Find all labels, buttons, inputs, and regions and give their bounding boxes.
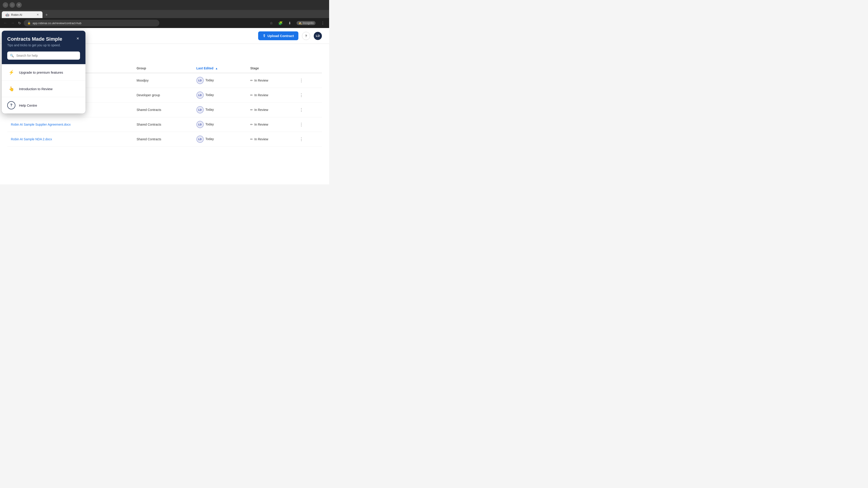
avatar: LD [196,135,204,143]
extensions-icon[interactable]: 🧩 [276,20,285,26]
contract-stage-cell: ✏In Review [247,117,294,132]
intro-menu-icon: 👆 [7,85,16,93]
tab-bar: 🤖 Robin AI ✕ + [0,10,329,18]
table-row: Robin AI Sample Supplier Agreement.docxS… [7,117,322,132]
browser-chrome: ─ □ ✕ [0,0,329,10]
help-menu-label: Help Centre [19,103,37,107]
avatar: LD [196,92,204,99]
address-bar: ← → ↻ 🔒 app.robinai.co.uk/review/contrac… [0,18,329,28]
row-menu-button[interactable]: ⋮ [298,92,305,98]
incognito-icon: 🕵 [298,22,302,25]
search-icon: 🔍 [10,54,14,57]
help-popup-subtitle: Tips and tricks to get you up to speed. [7,43,80,47]
contract-stage-cell: ✏In Review [247,132,294,147]
contract-row-menu-cell: ⋮ [294,103,322,117]
col-header-group[interactable]: Group [133,64,193,73]
contract-stage-cell: ✏In Review [247,103,294,117]
contract-stage-cell: ✏In Review [247,88,294,103]
lock-icon: 🔒 [27,22,31,25]
edit-stage-icon: ✏ [250,137,253,141]
download-icon[interactable]: ⬇ [286,20,293,26]
row-menu-button[interactable]: ⋮ [298,77,305,84]
contract-row-menu-cell: ⋮ [294,132,322,147]
contract-last-edited-cell: LDToday [193,73,247,88]
address-input[interactable]: 🔒 app.robinai.co.uk/review/contract-hub [24,20,159,26]
window-maximize-button[interactable]: □ [9,2,15,8]
avatar: LD [196,106,204,113]
edit-stage-icon: ✏ [250,93,253,97]
stage-label: In Review [254,93,268,97]
contract-group-cell: Developer group [133,88,193,103]
help-popup-title: Contracts Made Simple [7,36,80,42]
contract-group-cell: Shared Contracts [133,132,193,147]
back-button[interactable]: ← [3,20,8,26]
address-actions: ☆ 🧩 ⬇ 🕵 Incognito ⋮ [268,20,327,26]
address-text: app.robinai.co.uk/review/contract-hub [33,22,81,25]
avatar: LD [196,121,204,128]
window-close-button[interactable]: ✕ [16,2,22,8]
edit-stage-icon: ✏ [250,108,253,111]
sort-icon: ▲ [215,67,218,70]
col-header-last-edited[interactable]: Last Edited ▲ [193,64,247,73]
contract-name-link[interactable]: Robin AI Sample NDA 2.docx [11,137,52,141]
tab-title: Robin AI [11,13,22,17]
contract-stage-cell: ✏In Review [247,73,294,88]
tab-close-icon[interactable]: ✕ [37,13,39,16]
edit-stage-icon: ✏ [250,78,253,82]
edit-stage-icon: ✏ [250,123,253,126]
help-button[interactable]: ? [302,32,310,40]
user-avatar-button[interactable]: LD [314,32,322,40]
help-menu-item-help[interactable]: ?Help Centre [2,97,86,113]
help-popup-close-button[interactable]: × [74,35,81,41]
row-menu-button[interactable]: ⋮ [298,136,305,142]
help-question-icon: ? [305,34,307,38]
contract-group-cell: Shared Contracts [133,103,193,117]
help-menu-item-intro[interactable]: 👆Introduction to Review [2,80,86,97]
contract-name-link[interactable]: Robin AI Sample Supplier Agreement.docx [11,123,71,126]
contract-last-edited-cell: LDToday [193,103,247,117]
app-container: Robin AI ⇧ Upload Contract ? LD Contract… [0,28,329,184]
upgrade-menu-icon: ⚡ [7,68,16,76]
help-popup-header: Contracts Made Simple Tips and tricks to… [2,31,86,52]
stage-label: In Review [254,108,268,111]
upgrade-menu-label: Upgrade to premium features [19,70,63,74]
stage-label: In Review [254,137,268,141]
help-menu: ⚡Upgrade to premium features👆Introductio… [2,64,86,113]
upload-contract-button[interactable]: ⇧ Upload Contract [258,31,298,40]
refresh-button[interactable]: ↻ [17,20,22,26]
window-controls: ─ □ ✕ [3,2,22,8]
active-tab[interactable]: 🤖 Robin AI ✕ [2,11,42,18]
contract-last-edited-cell: LDToday [193,132,247,147]
contract-row-menu-cell: ⋮ [294,73,322,88]
incognito-badge: 🕵 Incognito [295,20,317,26]
row-menu-button[interactable]: ⋮ [298,107,305,113]
bookmark-icon[interactable]: ☆ [268,20,275,26]
forward-button[interactable]: → [10,20,16,26]
contract-name-cell: Robin AI Sample NDA 2.docx [7,132,133,147]
incognito-label: 🕵 Incognito [297,21,315,25]
header-actions: ⇧ Upload Contract ? LD [258,31,322,40]
window-minimize-button[interactable]: ─ [3,2,8,8]
stage-label: In Review [254,78,268,82]
search-input-wrapper: 🔍 [7,52,80,60]
menu-icon[interactable]: ⋮ [319,20,327,26]
row-menu-button[interactable]: ⋮ [298,121,305,128]
help-search-input[interactable] [7,52,80,60]
search-wrapper: 🔍 [2,52,86,64]
contract-last-edited-cell: LDToday [193,88,247,103]
col-header-stage[interactable]: Stage [247,64,294,73]
help-popup: Contracts Made Simple Tips and tricks to… [2,31,86,113]
help-menu-item-upgrade[interactable]: ⚡Upgrade to premium features [2,64,86,80]
table-row: Robin AI Sample NDA 2.docxShared Contrac… [7,132,322,147]
contract-group-cell: Moodjoy [133,73,193,88]
upload-icon: ⇧ [263,34,266,38]
tab-favicon-icon: 🤖 [5,13,9,17]
contract-row-menu-cell: ⋮ [294,117,322,132]
contract-group-cell: Shared Contracts [133,117,193,132]
contract-row-menu-cell: ⋮ [294,88,322,103]
intro-menu-label: Introduction to Review [19,87,53,91]
new-tab-button[interactable]: + [43,12,50,18]
avatar: LD [196,77,204,84]
contract-name-cell: Robin AI Sample Supplier Agreement.docx [7,117,133,132]
col-header-actions [294,64,322,73]
